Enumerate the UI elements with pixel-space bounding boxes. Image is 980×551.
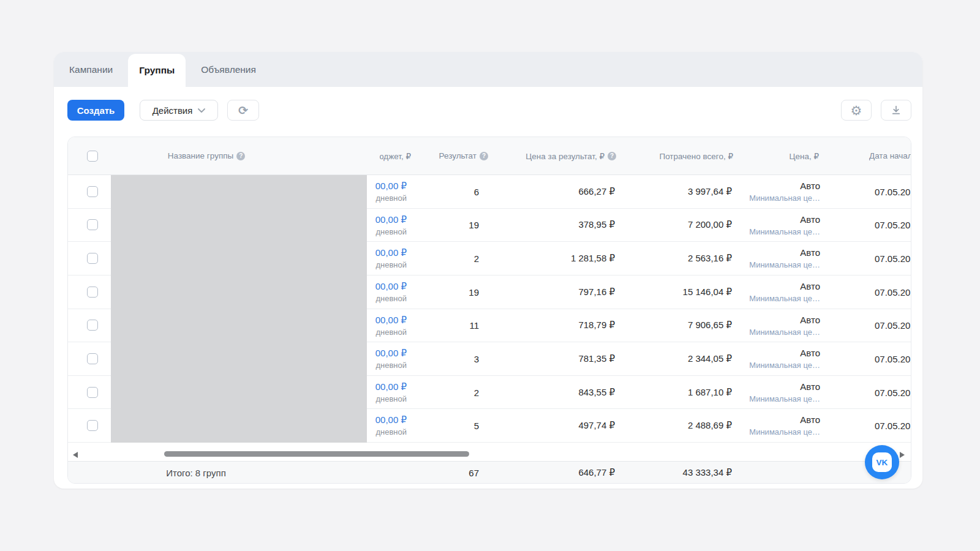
- download-icon: [890, 104, 902, 116]
- price-strategy-label: Минимальная це…: [749, 227, 820, 237]
- column-header-price[interactable]: Цена, ₽: [789, 137, 819, 174]
- result-value: 5: [474, 421, 479, 431]
- column-header-result[interactable]: Результат ?: [439, 137, 488, 174]
- price-cell: Авто Минимальная це…: [749, 180, 820, 203]
- budget-value-link[interactable]: 00,00 ₽: [366, 280, 407, 293]
- budget-type-label: дневной: [366, 427, 407, 437]
- cost-per-result-value: 843,55 ₽: [578, 387, 615, 398]
- tab-campaigns[interactable]: Кампании: [54, 52, 128, 87]
- totals-spent: 43 333,34 ₽: [683, 462, 732, 484]
- result-value: 2: [474, 253, 479, 264]
- result-value: 19: [469, 220, 479, 230]
- actions-dropdown-button[interactable]: Действия: [140, 100, 218, 121]
- budget-cell: 00,00 ₽ дневной: [366, 381, 407, 404]
- tab-ads[interactable]: Объявления: [186, 52, 271, 87]
- budget-value-link[interactable]: 00,00 ₽: [366, 414, 407, 426]
- budget-value-link[interactable]: 00,00 ₽: [366, 314, 407, 326]
- row-checkbox[interactable]: [87, 387, 98, 398]
- price-cell: Авто Минимальная це…: [749, 414, 820, 437]
- budget-cell: 00,00 ₽ дневной: [366, 247, 407, 270]
- column-header-group-name[interactable]: Название группы ?: [129, 137, 284, 174]
- price-strategy-label: Минимальная це…: [749, 327, 820, 337]
- budget-value-link[interactable]: 00,00 ₽: [366, 247, 407, 259]
- spent-total-value: 2 488,69 ₽: [688, 420, 732, 431]
- vk-fab-button[interactable]: VK: [865, 445, 899, 479]
- price-strategy-label: Минимальная це…: [749, 427, 820, 437]
- price-mode-value: Авто: [749, 314, 820, 326]
- row-checkbox[interactable]: [87, 186, 98, 197]
- budget-cell: 00,00 ₽ дневной: [366, 347, 407, 370]
- help-icon[interactable]: ?: [480, 152, 488, 160]
- horizontal-scrollbar[interactable]: [68, 443, 911, 461]
- groups-table: Название группы ? Бюджет, ₽ Результат ? …: [67, 137, 911, 484]
- row-checkbox[interactable]: [87, 253, 98, 264]
- spent-total-value: 15 146,04 ₽: [683, 287, 732, 298]
- budget-type-label: дневной: [366, 360, 407, 370]
- price-cell: Авто Минимальная це…: [749, 214, 820, 237]
- scroll-left-arrow-icon[interactable]: [73, 452, 78, 458]
- price-cell: Авто Минимальная це…: [749, 247, 820, 270]
- result-value: 6: [474, 186, 479, 197]
- actions-label: Действия: [153, 105, 193, 116]
- select-all-checkbox[interactable]: [87, 151, 98, 162]
- budget-cell: 00,00 ₽ дневной: [366, 214, 407, 237]
- vk-logo-icon: VK: [872, 452, 892, 472]
- row-checkbox[interactable]: [87, 219, 98, 230]
- budget-value-link[interactable]: 00,00 ₽: [366, 214, 407, 226]
- cost-per-result-value: 497,74 ₽: [578, 420, 615, 431]
- row-checkbox[interactable]: [87, 353, 98, 364]
- price-mode-value: Авто: [749, 180, 820, 192]
- result-value: 2: [474, 387, 479, 397]
- cost-per-result-value: 378,95 ₽: [578, 219, 615, 230]
- column-header-start-date[interactable]: Дата начала: [869, 137, 911, 174]
- cost-per-result-value: 718,79 ₽: [578, 320, 615, 331]
- budget-value-link[interactable]: 00,00 ₽: [366, 180, 407, 192]
- budget-type-label: дневной: [366, 227, 407, 237]
- price-mode-value: Авто: [749, 414, 820, 426]
- start-date-value: 07.05.202: [875, 353, 911, 364]
- export-button[interactable]: [881, 100, 911, 121]
- start-date-value: 07.05.202: [875, 220, 911, 230]
- create-button[interactable]: Создать: [67, 100, 124, 121]
- table-header-row: Название группы ? Бюджет, ₽ Результат ? …: [68, 137, 911, 175]
- price-cell: Авто Минимальная це…: [749, 381, 820, 404]
- price-strategy-label: Минимальная це…: [749, 293, 820, 304]
- refresh-icon: ⟳: [238, 105, 248, 116]
- start-date-value: 07.05.202: [875, 186, 911, 197]
- row-checkbox[interactable]: [87, 320, 98, 331]
- price-cell: Авто Минимальная це…: [749, 347, 820, 370]
- help-icon[interactable]: ?: [608, 152, 616, 160]
- budget-type-label: дневной: [366, 327, 407, 337]
- result-value: 19: [469, 287, 479, 297]
- tab-groups[interactable]: Группы: [128, 54, 186, 87]
- price-strategy-label: Минимальная це…: [749, 394, 820, 404]
- budget-type-label: дневной: [366, 193, 407, 203]
- budget-value-link[interactable]: 00,00 ₽: [366, 381, 407, 393]
- budget-cell: 00,00 ₽ дневной: [366, 180, 407, 203]
- totals-result: 67: [469, 462, 479, 484]
- column-header-budget[interactable]: Бюджет, ₽: [380, 137, 411, 174]
- column-header-cost-per-result[interactable]: Цена за результат, ₽ ?: [526, 137, 616, 174]
- cost-per-result-value: 797,16 ₽: [578, 287, 615, 298]
- column-header-spent-total[interactable]: Потрачено всего, ₽: [659, 137, 733, 174]
- spent-total-value: 2 563,16 ₽: [688, 253, 732, 264]
- budget-value-link[interactable]: 00,00 ₽: [366, 347, 407, 359]
- row-checkbox[interactable]: [87, 420, 98, 431]
- result-value: 11: [469, 320, 479, 331]
- row-checkbox[interactable]: [87, 287, 98, 298]
- price-cell: Авто Минимальная це…: [749, 314, 820, 337]
- cost-per-result-value: 666,27 ₽: [578, 186, 615, 197]
- price-cell: Авто Минимальная це…: [749, 280, 820, 304]
- start-date-value: 07.05.202: [875, 421, 911, 431]
- scroll-right-arrow-icon[interactable]: [900, 452, 905, 458]
- redacted-group-names: [111, 175, 367, 443]
- refresh-button[interactable]: ⟳: [227, 100, 259, 121]
- scrollbar-thumb[interactable]: [164, 451, 469, 457]
- settings-button[interactable]: ⚙: [841, 100, 872, 121]
- tab-bar: Кампании Группы Объявления: [54, 52, 922, 87]
- budget-type-label: дневной: [366, 293, 407, 304]
- totals-row: Итого: 8 групп 67 646,77 ₽ 43 333,34 ₽: [68, 461, 911, 484]
- budget-cell: 00,00 ₽ дневной: [366, 280, 407, 304]
- help-icon[interactable]: ?: [236, 152, 245, 160]
- start-date-value: 07.05.202: [875, 387, 911, 397]
